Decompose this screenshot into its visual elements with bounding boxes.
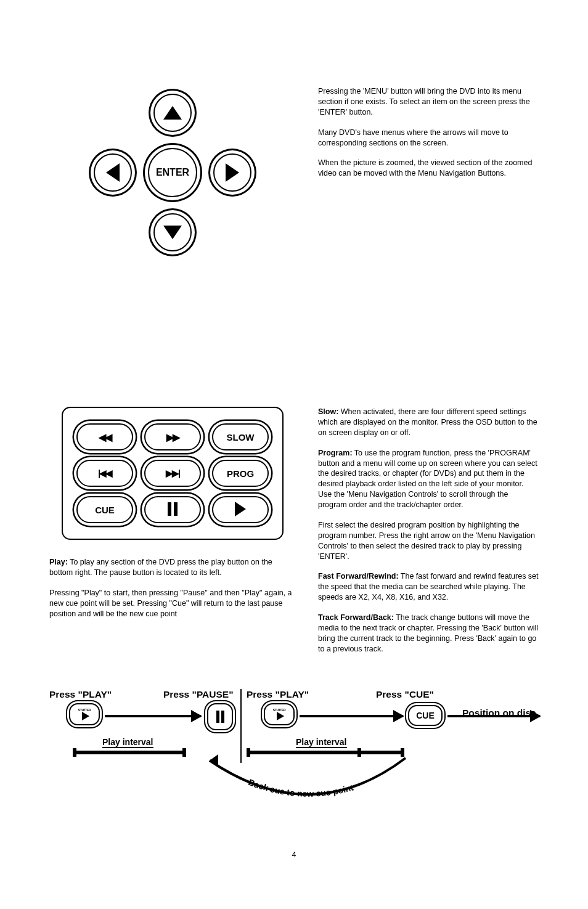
ffrw-lead: Fast Forward/Rewind: xyxy=(318,572,399,581)
slow-button[interactable]: SLOW xyxy=(212,423,269,450)
arrow-2 xyxy=(300,715,403,717)
play-description: Play: To play any section of the DVD pre… xyxy=(49,557,296,578)
menu-para-3: When the picture is zoomed, the viewed s… xyxy=(318,158,539,179)
menu-nav-dpad: ENTER xyxy=(86,86,259,259)
timeline-cue-btn: CUE xyxy=(408,705,443,726)
cue-button[interactable]: CUE xyxy=(76,496,133,523)
vertical-divider xyxy=(240,689,242,763)
play-lead: Play: xyxy=(49,558,68,566)
pause-button[interactable] xyxy=(144,496,201,523)
cue-description: Pressing "Play" to start, then pressing … xyxy=(49,588,296,619)
timeline-pause-btn xyxy=(207,703,233,730)
arrow-3 xyxy=(447,715,540,717)
dpad-right-button[interactable] xyxy=(213,153,251,192)
dpad-down-button[interactable] xyxy=(153,213,192,251)
fast-forward-button[interactable] xyxy=(144,423,201,450)
track-description: Track Forward/Back: The track change but… xyxy=(318,613,539,654)
slow-lead: Slow: xyxy=(318,407,338,416)
program-description: Program: To use the program function, pr… xyxy=(318,448,539,510)
menu-para-1: Pressing the 'MENU' button will bring th… xyxy=(318,86,539,118)
label-press-play2: Press "PLAY" xyxy=(247,689,309,700)
program-para2: First select the desired program positio… xyxy=(318,520,539,562)
svg-text:Back cue to new cue point: Back cue to new cue point xyxy=(247,777,355,798)
play-icon xyxy=(235,502,246,518)
menu-para-2: Many DVD's have menus where the arrows w… xyxy=(318,128,539,149)
timeline-play-btn-1: STUTTER xyxy=(69,703,100,725)
play-icon xyxy=(82,712,89,720)
play-icon xyxy=(277,712,284,720)
triangle-up-icon xyxy=(163,106,182,120)
prog-button[interactable]: PROG xyxy=(212,460,269,487)
label-press-pause: Press "PAUSE" xyxy=(163,689,234,700)
fast-forward-icon xyxy=(166,431,179,443)
play-button[interactable] xyxy=(212,496,269,523)
interval-bar-1 xyxy=(73,751,186,754)
slow-body: When activated, there are four different… xyxy=(318,407,537,437)
track-back-button[interactable] xyxy=(76,460,133,487)
track-back-icon xyxy=(98,468,112,479)
enter-button[interactable]: ENTER xyxy=(148,148,197,197)
track-lead: Track Forward/Back: xyxy=(318,613,394,622)
track-forward-button[interactable] xyxy=(144,460,201,487)
label-press-play: Press "PLAY" xyxy=(49,689,112,700)
rewind-icon xyxy=(99,431,111,443)
program-body: To use the program function, press the '… xyxy=(318,449,537,509)
back-cue-curve: Back cue to new cue point xyxy=(210,756,413,805)
transport-button-grid: SLOW PROG CUE xyxy=(62,407,284,540)
program-lead: Program: xyxy=(318,449,353,457)
dpad-left-button[interactable] xyxy=(94,153,132,192)
label-press-cue: Press "CUE" xyxy=(376,689,434,700)
arrow-1 xyxy=(105,715,201,717)
pause-icon xyxy=(168,502,178,518)
cue-timeline-diagram: Press "PLAY" Press "PAUSE" Press "PLAY" … xyxy=(49,689,542,831)
dpad-up-button[interactable] xyxy=(153,94,192,132)
interval-label-2: Play interval xyxy=(296,737,347,748)
rewind-button[interactable] xyxy=(76,423,133,450)
track-forward-icon xyxy=(166,468,179,479)
triangle-left-icon xyxy=(106,163,120,182)
pause-icon xyxy=(216,711,219,723)
triangle-right-icon xyxy=(226,163,239,182)
interval-label-1: Play interval xyxy=(102,737,153,748)
ffrw-description: Fast Forward/Rewind: The fast forward an… xyxy=(318,571,539,603)
slow-description: Slow: When activated, there are four dif… xyxy=(318,407,539,438)
curve-text: Back cue to new cue point xyxy=(247,777,355,798)
interval-bar-2 xyxy=(247,751,404,754)
triangle-down-icon xyxy=(163,226,182,239)
page-number: 4 xyxy=(49,850,539,859)
timeline-play-btn-2: STUTTER xyxy=(264,703,295,725)
play-body: To play any section of the DVD press the… xyxy=(49,558,272,577)
